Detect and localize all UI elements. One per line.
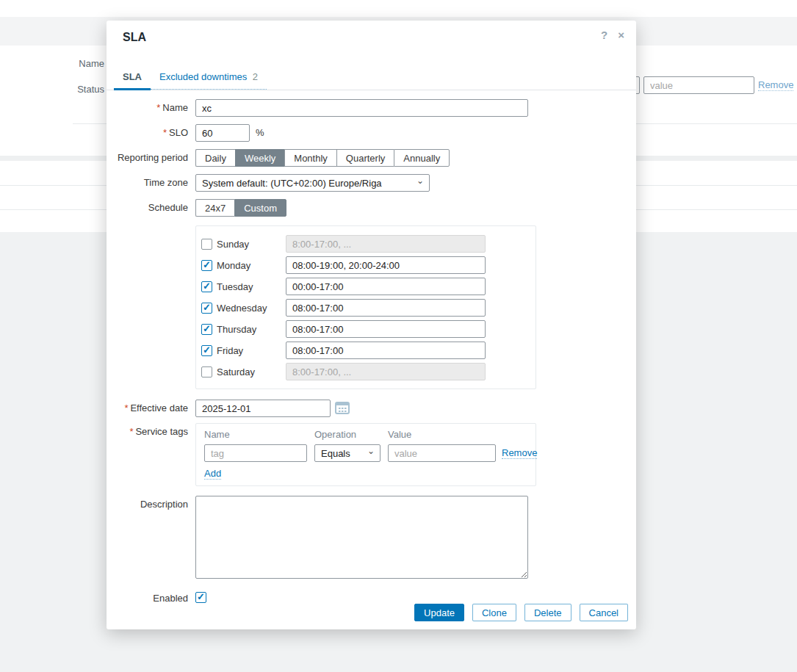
service-tags-label: Service tags	[135, 426, 188, 437]
schedule-row: Schedule 24x7 Custom	[107, 199, 636, 217]
reporting-period-weekly[interactable]: Weekly	[235, 149, 284, 167]
day-row-saturday: Saturday	[201, 363, 535, 380]
enabled-label: Enabled	[107, 590, 195, 604]
thursday-hours-input[interactable]	[286, 320, 486, 338]
delete-button[interactable]: Delete	[524, 604, 571, 621]
friday-checkbox[interactable]	[201, 345, 212, 356]
sla-modal: SLA ? × SLA Excluded downtimes 2 *Name *…	[107, 21, 636, 629]
day-row-tuesday: Tuesday	[201, 278, 535, 295]
time-zone-select[interactable]: System default: (UTC+02:00) Europe/Riga	[195, 174, 430, 192]
help-icon[interactable]: ?	[601, 29, 607, 40]
tab-sla[interactable]: SLA	[114, 65, 151, 90]
tag-operation-select[interactable]: Equals	[314, 444, 381, 462]
modal-footer: Update Clone Delete Cancel	[414, 604, 628, 621]
sla-form: *Name *SLO % Reporting period Daily Week…	[107, 90, 636, 604]
thursday-checkbox[interactable]	[201, 324, 212, 335]
required-asterisk: *	[129, 426, 133, 437]
schedule-custom[interactable]: Custom	[234, 199, 286, 217]
schedule-segmented: 24x7 Custom	[195, 199, 286, 217]
tag-column-operation: Operation	[314, 429, 388, 440]
calendar-icon[interactable]	[335, 400, 350, 417]
friday-hours-input[interactable]	[286, 342, 486, 359]
cancel-button[interactable]: Cancel	[580, 604, 628, 621]
required-asterisk: *	[124, 402, 128, 413]
bg-name-label: Name	[0, 58, 104, 69]
bg-remove-link[interactable]: Remove	[758, 79, 793, 91]
tuesday-checkbox[interactable]	[201, 281, 212, 292]
name-label: Name	[162, 102, 188, 113]
friday-label: Friday	[217, 345, 286, 356]
saturday-label: Saturday	[217, 366, 286, 377]
monday-hours-input[interactable]	[286, 256, 486, 274]
description-row: Description	[107, 496, 636, 579]
slo-row: *SLO %	[107, 124, 636, 142]
thursday-label: Thursday	[217, 324, 286, 335]
wednesday-label: Wednesday	[217, 303, 286, 314]
service-tags-row: *Service tags Name Operation Value Equal…	[107, 423, 636, 486]
tuesday-label: Tuesday	[217, 281, 286, 292]
slo-percent-suffix: %	[250, 124, 264, 138]
wednesday-hours-input[interactable]	[286, 299, 486, 317]
sunday-checkbox[interactable]	[201, 239, 212, 250]
schedule-24x7[interactable]: 24x7	[195, 199, 234, 217]
tag-remove-link[interactable]: Remove	[502, 447, 537, 459]
bg-value-input[interactable]	[643, 76, 754, 94]
tag-add-link[interactable]: Add	[204, 468, 221, 480]
name-row: *Name	[107, 99, 636, 117]
wednesday-checkbox[interactable]	[201, 303, 212, 314]
service-tags-panel: Name Operation Value Equals ⌄ Remove Ad	[195, 423, 536, 486]
monday-checkbox[interactable]	[201, 260, 212, 271]
modal-title: SLA	[123, 31, 146, 43]
effective-date-input[interactable]	[195, 400, 331, 417]
tag-name-input[interactable]	[204, 444, 307, 462]
saturday-hours-input[interactable]	[286, 363, 486, 380]
update-button[interactable]: Update	[414, 604, 464, 621]
schedule-label: Schedule	[107, 199, 195, 213]
description-textarea[interactable]	[195, 496, 528, 579]
tab-count-badge: 2	[253, 71, 258, 82]
day-row-monday: Monday	[201, 256, 535, 274]
slo-input[interactable]	[195, 124, 250, 142]
slo-label: SLO	[169, 127, 188, 138]
time-zone-label: Time zone	[107, 174, 195, 188]
effective-date-row: *Effective date	[107, 400, 636, 417]
reporting-period-monthly[interactable]: Monthly	[284, 149, 336, 167]
tab-excluded-downtimes[interactable]: Excluded downtimes 2	[151, 65, 267, 90]
required-asterisk: *	[163, 127, 167, 138]
time-zone-row: Time zone System default: (UTC+02:00) Eu…	[107, 174, 636, 192]
reporting-period-row: Reporting period Daily Weekly Monthly Qu…	[107, 149, 636, 167]
effective-date-label: Effective date	[130, 402, 188, 413]
bg-status-label: Status	[0, 84, 104, 95]
tag-column-name: Name	[204, 429, 314, 440]
reporting-period-daily[interactable]: Daily	[195, 149, 235, 167]
required-asterisk: *	[156, 102, 160, 113]
modal-header: SLA ? ×	[107, 21, 636, 44]
reporting-period-segmented: Daily Weekly Monthly Quarterly Annually	[195, 149, 450, 167]
reporting-period-label: Reporting period	[107, 149, 195, 163]
sunday-label: Sunday	[217, 239, 286, 250]
tuesday-hours-input[interactable]	[286, 278, 486, 295]
tab-bar: SLA Excluded downtimes 2	[107, 65, 636, 90]
day-row-thursday: Thursday	[201, 320, 535, 338]
close-icon[interactable]: ×	[618, 29, 624, 40]
day-row-sunday: Sunday	[201, 235, 535, 253]
reporting-period-annually[interactable]: Annually	[394, 149, 450, 167]
day-row-wednesday: Wednesday	[201, 299, 535, 317]
clone-button[interactable]: Clone	[472, 604, 516, 621]
sunday-hours-input[interactable]	[286, 235, 486, 253]
enabled-row: Enabled	[107, 590, 636, 604]
description-label: Description	[107, 496, 195, 510]
schedule-panel-row: Sunday Monday Tuesday Wednesday	[107, 225, 636, 389]
reporting-period-quarterly[interactable]: Quarterly	[336, 149, 394, 167]
day-row-friday: Friday	[201, 342, 535, 359]
enabled-checkbox[interactable]	[195, 592, 206, 603]
tag-column-value: Value	[388, 429, 496, 440]
service-tag-row: Equals ⌄ Remove	[204, 444, 527, 462]
saturday-checkbox[interactable]	[201, 366, 212, 377]
tag-value-input[interactable]	[388, 444, 496, 462]
name-input[interactable]	[195, 99, 528, 117]
monday-label: Monday	[217, 260, 286, 271]
custom-schedule-panel: Sunday Monday Tuesday Wednesday	[195, 225, 536, 389]
